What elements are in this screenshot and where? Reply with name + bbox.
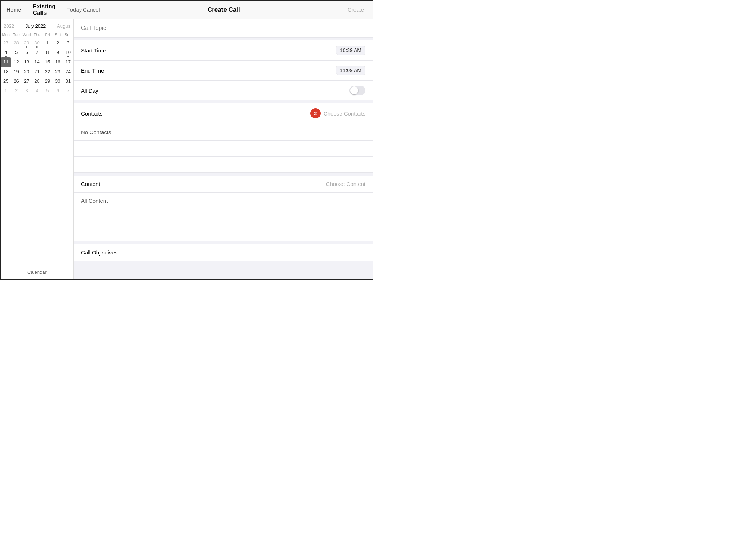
start-time-row: Start Time 10:39 AM <box>74 40 373 61</box>
prev-month-label[interactable]: 2022 <box>4 23 14 29</box>
calendar-day-cell[interactable]: 21 <box>32 67 42 77</box>
end-time-value[interactable]: 11:09 AM <box>336 66 365 75</box>
contacts-empty-row-2 <box>74 157 373 173</box>
all-day-toggle[interactable] <box>349 86 365 95</box>
calendar-day-cell[interactable]: 18 <box>1 67 11 77</box>
calendar-day-cell[interactable]: 4 <box>32 86 42 96</box>
calendar-panel: 2022 July 2022 Augus MonTueWedThuFriSatS… <box>1 19 74 280</box>
calendar-day-cell[interactable]: 24 <box>63 67 73 77</box>
calendar-day-header: Wed <box>22 32 32 38</box>
calendar-day-cell[interactable]: 7 <box>63 86 73 96</box>
content-empty-row-2 <box>74 225 373 241</box>
nav-right: Cancel Create Call Create <box>74 6 373 13</box>
no-contacts-row: No Contacts <box>74 124 373 141</box>
nav-left: Home Existing Calls Today <box>1 3 74 16</box>
calendar-footer-label: Calendar <box>1 267 73 278</box>
call-objectives-section: Call Objectives <box>74 244 373 261</box>
calendar-day-cell[interactable]: 15 <box>42 57 53 67</box>
contacts-badge: 2 <box>310 108 321 118</box>
start-time-label: Start Time <box>81 47 106 54</box>
calendar-day-cell[interactable]: 3 <box>22 86 32 96</box>
calendar-day-cell[interactable]: 9 <box>53 48 63 57</box>
calendar-day-cell[interactable]: 1 <box>42 38 53 48</box>
calendar-day-cell[interactable]: 16 <box>53 57 63 67</box>
call-topic-input[interactable] <box>81 25 365 31</box>
calendar-grid: MonTueWedThuFriSatSun2728293012345678910… <box>1 32 73 96</box>
calendar-day-header: Mon <box>1 32 11 38</box>
calendar-day-cell[interactable]: 27 <box>1 38 11 48</box>
start-time-value[interactable]: 10:39 AM <box>336 46 365 55</box>
calendar-day-cell[interactable]: 5 <box>11 48 21 57</box>
calendar-day-header: Tue <box>11 32 21 38</box>
all-day-row: All Day <box>74 81 373 100</box>
calendar-day-cell[interactable]: 26 <box>11 77 21 86</box>
next-month-label[interactable]: Augus <box>57 23 70 29</box>
contacts-header-row: Contacts 2 Choose Contacts <box>74 103 373 124</box>
contacts-section: Contacts 2 Choose Contacts No Contacts <box>74 103 373 173</box>
calendar-day-cell[interactable]: 3 <box>63 38 73 48</box>
existing-calls-nav-item[interactable]: Existing Calls <box>27 3 61 16</box>
choose-contacts-button[interactable]: Choose Contacts <box>324 110 365 117</box>
create-call-title: Create Call <box>208 6 240 13</box>
contacts-right: 2 Choose Contacts <box>310 108 365 118</box>
home-nav-item[interactable]: Home <box>1 7 27 13</box>
contacts-empty-row-1 <box>74 141 373 157</box>
calendar-day-cell[interactable]: 6 <box>22 48 32 57</box>
calendar-day-cell[interactable]: 19 <box>11 67 21 77</box>
call-objectives-label: Call Objectives <box>81 249 117 256</box>
calendar-day-cell[interactable]: 28 <box>32 77 42 86</box>
calendar-day-cell[interactable]: 4 <box>1 48 11 57</box>
calendar-day-cell[interactable]: 22 <box>42 67 53 77</box>
calendar-day-cell[interactable]: 20 <box>22 67 32 77</box>
content-label: Content <box>81 181 100 187</box>
calendar-day-cell[interactable]: 29 <box>42 77 53 86</box>
calendar-day-cell[interactable]: 11 <box>1 57 11 67</box>
calendar-day-header: Fri <box>42 32 53 38</box>
calendar-day-cell[interactable]: 5 <box>42 86 53 96</box>
calendar-day-cell[interactable]: 14 <box>32 57 42 67</box>
calendar-day-cell[interactable]: 1 <box>1 86 11 96</box>
calendar-day-cell[interactable]: 30 <box>32 38 42 48</box>
calendar-day-cell[interactable]: 28 <box>11 38 21 48</box>
contacts-label: Contacts <box>81 110 102 117</box>
call-objectives-row: Call Objectives <box>74 244 373 261</box>
choose-content-button[interactable]: Choose Content <box>326 181 365 187</box>
calendar-day-cell[interactable]: 8 <box>42 48 53 57</box>
calendar-day-cell[interactable]: 2 <box>53 38 63 48</box>
time-section: Start Time 10:39 AM End Time 11:09 AM Al… <box>74 40 373 100</box>
top-nav: Home Existing Calls Today Cancel Create … <box>1 1 373 19</box>
calendar-day-cell[interactable]: 7 <box>32 48 42 57</box>
content-header-row: Content Choose Content <box>74 176 373 192</box>
content-section: Content Choose Content All Content <box>74 176 373 241</box>
toggle-knob <box>350 86 358 94</box>
end-time-label: End Time <box>81 67 104 74</box>
call-topic-section <box>74 19 373 38</box>
all-day-label: All Day <box>81 88 98 94</box>
calendar-day-cell[interactable]: 31 <box>63 77 73 86</box>
create-button[interactable]: Create <box>348 7 364 13</box>
calendar-day-header: Sat <box>53 32 63 38</box>
calendar-day-header: Sun <box>63 32 73 38</box>
calendar-day-cell[interactable]: 6 <box>53 86 63 96</box>
calendar-day-cell[interactable]: 13 <box>22 57 32 67</box>
calendar-day-cell[interactable]: 10 <box>63 48 73 57</box>
calendar-day-cell[interactable]: 12 <box>11 57 21 67</box>
calendar-day-cell[interactable]: 29 <box>22 38 32 48</box>
calendar-day-cell[interactable]: 25 <box>1 77 11 86</box>
form-panel: Start Time 10:39 AM End Time 11:09 AM Al… <box>74 19 373 280</box>
calendar-day-header: Thu <box>32 32 42 38</box>
calendar-day-cell[interactable]: 27 <box>22 77 32 86</box>
calendar-day-cell[interactable]: 17 <box>63 57 73 67</box>
content-empty-row-1 <box>74 209 373 225</box>
main-layout: 2022 July 2022 Augus MonTueWedThuFriSatS… <box>1 19 373 280</box>
end-time-row: End Time 11:09 AM <box>74 61 373 81</box>
calendar-day-cell[interactable]: 30 <box>53 77 63 86</box>
calendar-day-cell[interactable]: 2 <box>11 86 21 96</box>
calendar-day-cell[interactable]: 23 <box>53 67 63 77</box>
current-month-label: July 2022 <box>26 23 46 29</box>
cancel-button[interactable]: Cancel <box>83 7 100 13</box>
all-content-row: All Content <box>74 192 373 209</box>
calendar-month-header: 2022 July 2022 Augus <box>1 22 73 32</box>
call-topic-row <box>74 19 373 38</box>
